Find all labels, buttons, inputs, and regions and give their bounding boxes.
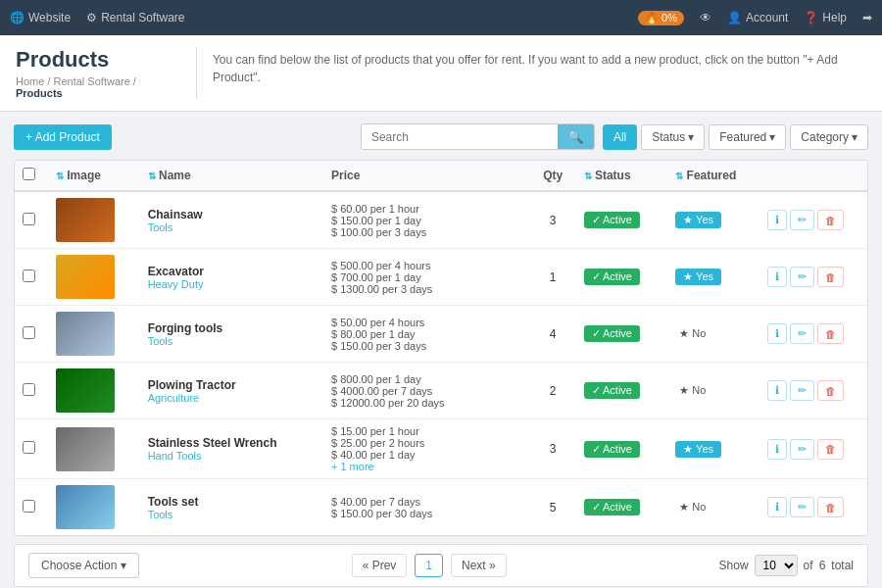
product-name-4: Plowing Tractor — [148, 378, 316, 392]
info-button-5[interactable]: ℹ — [767, 439, 787, 460]
status-badge-4: ✓ Active — [584, 382, 640, 399]
top-navigation: 🌐 Website ⚙ Rental Software 🔥 0% 👁 👤 Acc… — [0, 0, 882, 35]
product-category-5[interactable]: Hand Tools — [148, 450, 316, 462]
edit-button-4[interactable]: ✏ — [790, 380, 814, 401]
action-buttons-6: ℹ ✏ 🗑 — [767, 497, 859, 517]
product-name-2: Excavator — [148, 265, 316, 278]
filter-all[interactable]: All — [603, 124, 637, 150]
breadcrumb-home[interactable]: Home — [16, 75, 44, 87]
breadcrumb-rental[interactable]: Rental Software — [54, 75, 130, 87]
action-buttons-1: ℹ ✏ 🗑 — [767, 210, 859, 230]
edit-button-5[interactable]: ✏ — [790, 439, 814, 460]
table-row: Tools set Tools $ 40.00 per 7 days$ 150.… — [15, 479, 867, 536]
choose-action-button[interactable]: Choose Action ▾ — [28, 553, 139, 578]
chevron-down-icon: ▾ — [769, 130, 775, 144]
next-page-button[interactable]: Next » — [451, 554, 507, 577]
add-product-button[interactable]: + Add Product — [14, 124, 112, 150]
delete-button-2[interactable]: 🗑 — [817, 267, 844, 287]
current-page[interactable]: 1 — [415, 554, 443, 577]
eye-icon: 👁 — [700, 11, 711, 24]
select-all-checkbox[interactable] — [23, 168, 35, 180]
nav-help[interactable]: ❓ Help — [804, 11, 847, 24]
filter-category[interactable]: Category ▾ — [790, 124, 868, 150]
product-qty-4: 2 — [530, 363, 576, 419]
delete-button-6[interactable]: 🗑 — [817, 497, 844, 517]
table-row: Chainsaw Tools $ 60.00 per 1 hour$ 150.0… — [15, 191, 867, 249]
product-image-3 — [56, 312, 115, 356]
nav-rental-software[interactable]: ⚙ Rental Software — [86, 11, 184, 24]
product-image-2 — [56, 255, 115, 299]
pagination: « Prev 1 Next » — [352, 554, 507, 577]
status-badge-5: ✓ Active — [584, 441, 640, 458]
image-sort-icon[interactable]: ⇅ — [56, 171, 64, 181]
row-checkbox-1[interactable] — [23, 213, 35, 225]
info-button-3[interactable]: ℹ — [767, 323, 787, 344]
product-category-1[interactable]: Tools — [148, 221, 316, 233]
product-image-4 — [56, 368, 115, 413]
product-category-3[interactable]: Tools — [148, 335, 316, 347]
page-header: Products Home / Rental Software / Produc… — [0, 35, 882, 112]
filter-status[interactable]: Status ▾ — [641, 124, 705, 150]
product-category-4[interactable]: Agriculture — [148, 392, 316, 404]
action-buttons-3: ℹ ✏ 🗑 — [767, 323, 859, 344]
chevron-down-icon: ▾ — [121, 559, 126, 572]
edit-button-1[interactable]: ✏ — [790, 210, 814, 230]
product-image-1 — [56, 198, 115, 242]
product-image-5 — [56, 427, 115, 471]
product-category-6[interactable]: Tools — [148, 509, 316, 520]
name-sort-icon[interactable]: ⇅ — [148, 171, 156, 181]
status-badge-3: ✓ Active — [584, 325, 640, 342]
product-qty-5: 3 — [530, 419, 576, 479]
info-button-1[interactable]: ℹ — [767, 210, 787, 230]
product-qty-6: 5 — [530, 479, 576, 536]
filter-buttons: All Status ▾ Featured ▾ Category ▾ — [603, 124, 868, 150]
row-checkbox-5[interactable] — [23, 441, 35, 454]
featured-sort-icon[interactable]: ⇅ — [675, 171, 683, 181]
delete-button-3[interactable]: 🗑 — [817, 323, 844, 344]
table-header-row: ⇅ Image ⇅ Name Price Qty ⇅ Status ⇅ Feat… — [15, 161, 867, 191]
edit-button-3[interactable]: ✏ — [790, 323, 814, 344]
action-buttons-2: ℹ ✏ 🗑 — [767, 267, 859, 287]
status-badge-1: ✓ Active — [584, 212, 640, 228]
breadcrumb-current: Products — [16, 87, 63, 99]
row-checkbox-4[interactable] — [23, 383, 35, 396]
product-name-1: Chainsaw — [148, 208, 316, 221]
filter-featured[interactable]: Featured ▾ — [709, 124, 786, 150]
table-row: Plowing Tractor Agriculture $ 800.00 per… — [15, 363, 867, 419]
row-checkbox-6[interactable] — [23, 500, 35, 513]
info-button-6[interactable]: ℹ — [767, 497, 787, 517]
table-row: Stainless Steel Wrench Hand Tools $ 15.0… — [15, 419, 867, 479]
status-sort-icon[interactable]: ⇅ — [584, 171, 592, 181]
nav-account[interactable]: 👤 Account — [727, 11, 788, 24]
table-row: Forging tools Tools $ 50.00 per 4 hours$… — [15, 306, 867, 363]
breadcrumb: Home / Rental Software / Products — [16, 75, 180, 99]
nav-website[interactable]: 🌐 Website — [10, 11, 71, 24]
nav-eye[interactable]: 👁 — [700, 11, 711, 24]
chevron-down-icon: ▾ — [852, 130, 858, 144]
prev-page-button[interactable]: « Prev — [352, 554, 408, 577]
action-buttons-4: ℹ ✏ 🗑 — [767, 380, 859, 401]
row-checkbox-3[interactable] — [23, 326, 35, 339]
delete-button-4[interactable]: 🗑 — [817, 380, 844, 401]
main-content: + Add Product 🔍 All Status ▾ Featured ▾ … — [0, 112, 882, 588]
edit-button-2[interactable]: ✏ — [790, 267, 814, 287]
edit-button-6[interactable]: ✏ — [790, 497, 814, 517]
search-input[interactable] — [362, 124, 558, 149]
product-category-2[interactable]: Heavy Duty — [148, 278, 316, 290]
featured-no-badge: ★ No — [675, 499, 710, 515]
delete-button-5[interactable]: 🗑 — [817, 439, 844, 460]
product-image-6 — [56, 485, 115, 529]
delete-button-1[interactable]: 🗑 — [817, 210, 844, 230]
help-icon: ❓ — [804, 11, 818, 24]
featured-yes-badge: ★ Yes — [675, 441, 721, 458]
featured-yes-badge: ★ Yes — [675, 269, 721, 285]
show-per-page-select[interactable]: 10 25 50 — [755, 555, 798, 576]
page-title-block: Products Home / Rental Software / Produc… — [16, 47, 197, 99]
info-button-2[interactable]: ℹ — [767, 267, 787, 287]
fire-icon: 🔥 — [645, 12, 659, 24]
search-button[interactable]: 🔍 — [558, 124, 594, 149]
product-qty-2: 1 — [530, 249, 576, 306]
info-button-4[interactable]: ℹ — [767, 380, 787, 401]
nav-logout[interactable]: ➡ — [862, 11, 872, 24]
row-checkbox-2[interactable] — [23, 270, 35, 282]
